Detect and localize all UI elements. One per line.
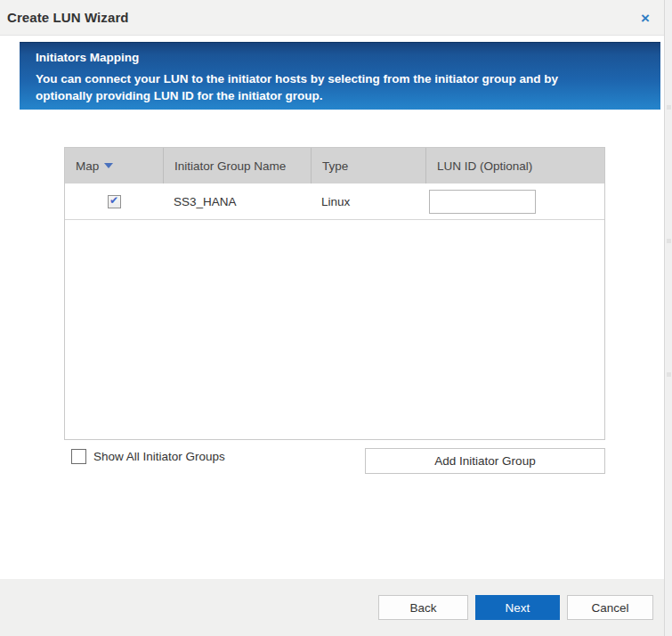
table-row: ✔ SS3_HANA Linux [65,183,604,220]
lun-id-input[interactable] [429,190,536,214]
table-header: Map Initiator Group Name Type LUN ID (Op… [65,148,604,183]
type-cell: Linux [311,195,425,208]
create-lun-wizard-dialog: Create LUN Wizard × Initiators Mapping Y… [0,0,664,636]
show-all-initiator-groups[interactable]: Show All Initiator Groups [71,449,225,464]
step-title: Initiators Mapping [36,51,634,64]
show-all-checkbox[interactable] [71,449,86,464]
map-checkbox[interactable]: ✔ [108,195,121,208]
dialog-titlebar: Create LUN Wizard × [0,0,664,36]
dialog-footer: Back Next Cancel [0,579,664,636]
back-button[interactable]: Back [378,595,468,620]
dialog-title: Create LUN Wizard [7,10,129,25]
show-all-label: Show All Initiator Groups [93,450,225,463]
lun-id-cell [425,190,604,214]
initiator-group-table: Map Initiator Group Name Type LUN ID (Op… [64,147,605,440]
column-header-lun-id[interactable]: LUN ID (Optional) [425,148,604,183]
column-header-initiator-group-name[interactable]: Initiator Group Name [163,148,311,183]
add-initiator-group-button[interactable]: Add Initiator Group [365,448,605,474]
column-header-type[interactable]: Type [311,148,425,183]
cancel-button[interactable]: Cancel [567,595,653,620]
next-button[interactable]: Next [475,595,560,620]
background-page-strip [664,0,672,636]
checkmark-icon: ✔ [109,195,118,206]
page: Create LUN Wizard × Initiators Mapping Y… [0,0,672,636]
step-description: You can connect your LUN to the initiato… [36,70,616,104]
sort-arrow-icon[interactable] [104,163,113,168]
close-icon[interactable]: × [636,8,655,28]
wizard-step-banner: Initiators Mapping You can connect your … [20,42,660,110]
map-cell: ✔ [65,195,163,208]
column-header-map[interactable]: Map [65,148,163,183]
initiator-group-name-cell: SS3_HANA [163,195,311,208]
